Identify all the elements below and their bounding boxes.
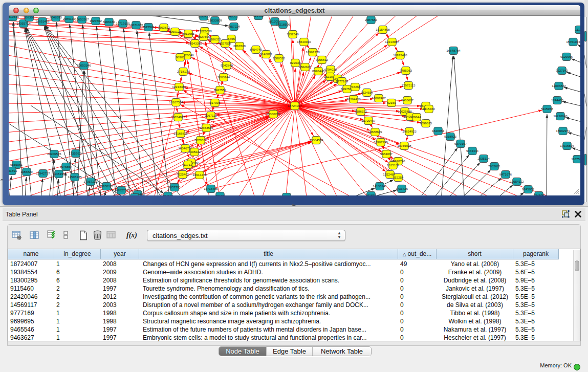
graph-node[interactable]: 252254 [393,173,404,181]
tab-edge-table[interactable]: Edge Table [267,347,313,356]
graph-node[interactable]: 15716485 [204,185,218,192]
table-row[interactable]: 946362711997Embryonic stem cells: a mode… [8,334,574,342]
graph-node[interactable]: 19384554 [309,136,323,144]
graph-node[interactable]: 15640910 [297,38,311,46]
column-header-title[interactable]: title [139,249,398,259]
graph-node[interactable]: 919402 [253,16,264,20]
graph-node[interactable]: 8990448 [312,67,325,75]
graph-node[interactable]: 12213967 [385,38,399,46]
graph-node[interactable]: 917004 [210,99,221,106]
graph-node[interactable]: 6794028 [324,65,337,73]
tab-network-table[interactable]: Network Table [313,347,371,356]
graph-node[interactable]: 16648784 [446,47,461,54]
graph-node[interactable]: 12942737 [36,169,50,177]
graph-node[interactable]: 2718176 [177,68,190,75]
graph-node[interactable]: 16154808 [376,26,390,33]
window-titlebar[interactable]: citations_edges.txt [9,5,580,16]
graph-node[interactable]: 1588520 [273,54,286,62]
tab-node-table[interactable]: Node Table [219,347,267,356]
graph-node[interactable]: 5115958 [541,105,553,113]
graph-node[interactable]: 391591 [9,167,17,174]
graph-node[interactable]: 1733426 [396,185,408,192]
table-selector-combobox[interactable]: citations_edges.txt ▲▼ [147,230,345,241]
graph-node[interactable]: 12975115 [401,81,416,89]
graph-node[interactable]: 2310549 [9,16,19,21]
graph-node[interactable]: 10973493 [393,51,407,59]
table-settings-icon[interactable] [12,230,22,243]
graph-node[interactable]: 6379197 [454,140,467,147]
graph-node[interactable]: 10961758 [306,48,320,56]
graph-node[interactable]: 8471676 [499,170,512,178]
graph-node[interactable]: 11123 [575,26,580,33]
graph-node[interactable]: 16543382 [188,39,202,47]
graph-node[interactable]: 1167533 [571,155,580,163]
graph-node[interactable]: 62160 [387,99,396,106]
column-header-short[interactable]: short [437,249,513,259]
graph-node[interactable]: 10688609 [368,128,382,136]
table-row[interactable]: 1872400712008Changes of HCN gene express… [8,260,574,268]
graph-node[interactable]: 17359924 [69,149,83,157]
graph-node[interactable]: 10654112 [510,178,524,185]
column-header-pagerank[interactable]: pagerank [513,249,559,259]
column-header-year[interactable]: year [101,249,139,259]
graph-node[interactable]: 161834 [366,191,377,195]
table-row[interactable]: 969969511998Structural magnetic resonanc… [8,317,574,325]
graph-node[interactable]: 3624554 [361,89,374,96]
graph-node[interactable]: 76108 [215,192,225,195]
graph-node[interactable]: 7485063 [400,67,412,74]
graph-node[interactable]: 114183 [281,193,292,195]
show-column-icon[interactable] [30,230,40,243]
column-header-name[interactable]: name [8,249,54,259]
graph-node[interactable]: 9146821 [260,50,273,58]
graph-node[interactable]: 924505 [534,191,545,195]
graph-node[interactable]: 18907299 [374,138,388,146]
table-row[interactable]: 911546021997Tourette syndrome. Phenomeno… [8,285,574,293]
graph-node[interactable]: 9699695 [420,119,432,127]
graph-node[interactable]: 1527602 [90,17,102,25]
graph-node[interactable]: 9857791 [168,183,181,191]
column-header-in_degree[interactable]: in_degree [54,249,101,259]
new-file-icon[interactable] [79,230,88,243]
graph-node[interactable]: 12213369 [172,83,186,91]
network-canvas[interactable]: 2310549140557148383012069140690483952089… [9,16,580,195]
select-all-icon[interactable] [47,230,57,242]
graph-node[interactable]: 2935114 [477,155,490,162]
graph-node[interactable]: 3498222 [188,148,201,156]
graph-node[interactable]: 15692971 [556,127,570,135]
graph-node[interactable]: 12505135 [68,173,82,181]
resize-grip[interactable] [572,187,580,195]
table-row[interactable]: 2242004622012Investigating the contribut… [8,293,574,301]
scrollbar-thumb[interactable] [575,260,579,271]
graph-node[interactable]: 12353594 [199,124,213,132]
graph-node[interactable]: 9048395 [50,16,62,21]
graph-node[interactable]: 14136141 [373,182,387,190]
graph-node[interactable]: 9463627 [401,96,414,104]
graph-node[interactable]: 2087682 [365,16,378,24]
graph-node[interactable]: 19166825 [173,129,188,137]
graph-node[interactable]: 98901 [176,53,185,61]
graph-node[interactable]: 16210643 [553,112,568,120]
table-row[interactable]: 977716911998Corpus callosum shape and si… [8,309,574,317]
graph-node[interactable]: 12093822 [552,82,566,90]
close-panel-icon[interactable] [575,211,581,217]
graph-node[interactable]: 20364456 [346,95,361,103]
graph-node[interactable]: 7857224 [228,23,241,30]
delete-icon[interactable] [93,230,102,243]
graph-node[interactable]: 7386322 [355,107,367,115]
graph-node[interactable]: 9245052 [522,185,535,193]
graph-node[interactable]: 11712 [184,161,192,168]
graph-node[interactable]: 8427552 [214,86,227,94]
table-row[interactable]: 946554611997Estimation of the future num… [8,325,574,334]
table-row[interactable]: 1456911722003Disruption of a novel membe… [8,301,574,309]
graph-node[interactable]: 648301 [228,16,238,20]
function-icon[interactable]: f(x) [126,231,137,239]
graph-node[interactable]: 954112 [163,192,173,195]
graph-node[interactable]: 9227342 [556,67,569,74]
graph-node[interactable]: 9777169 [336,77,349,85]
graph-node[interactable]: 9684067 [380,150,393,158]
graph-node[interactable]: 7632621 [488,162,501,170]
graph-node[interactable]: 89644 [412,113,421,121]
graph-node[interactable]: 1244415 [551,96,564,104]
float-window-icon[interactable] [562,210,570,218]
graph-node[interactable]: 9474444 [466,147,479,155]
